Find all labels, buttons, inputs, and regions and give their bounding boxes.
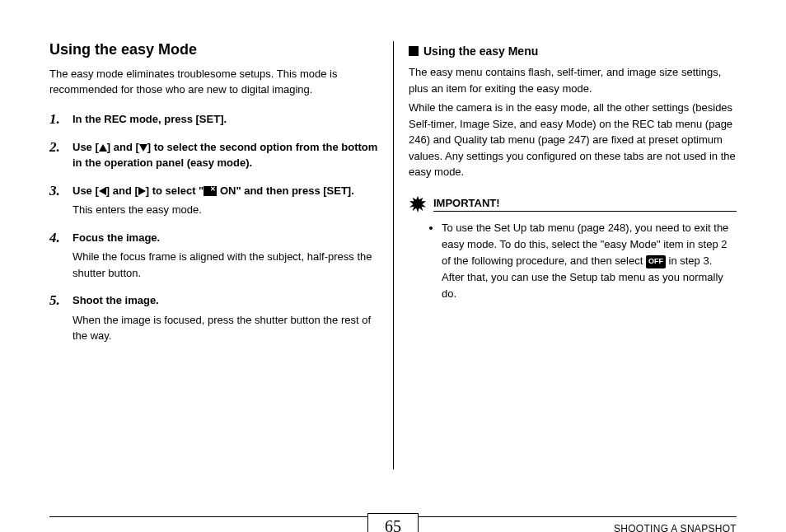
right-arrow-icon — [138, 187, 146, 195]
step-item: 3.Use [] and [] to select " ON" and then… — [49, 183, 378, 218]
right-para-2: While the camera is in the easy mode, al… — [409, 100, 737, 180]
page-number: 65 — [367, 513, 419, 532]
step-head: Focus the image. — [73, 230, 378, 246]
step-number: 1. — [49, 111, 73, 128]
step-item: 1.In the REC mode, press [SET]. — [49, 111, 378, 128]
steps-list: 1.In the REC mode, press [SET].2.Use [] … — [49, 111, 378, 344]
easy-mode-icon — [204, 186, 217, 196]
step-head: Use [] and [] to select the second optio… — [73, 139, 378, 171]
square-bullet-icon — [409, 46, 419, 56]
left-arrow-icon — [99, 187, 106, 195]
step-sub: While the focus frame is aligned with th… — [73, 249, 378, 281]
subheading-text: Using the easy Menu — [423, 44, 538, 58]
down-arrow-icon — [139, 144, 147, 152]
right-column: Using the easy Menu The easy menu contai… — [393, 41, 737, 469]
subheading: Using the easy Menu — [409, 44, 737, 58]
step-body: Use [] and [] to select the second optio… — [73, 139, 378, 171]
step-sub: When the image is focused, press the shu… — [73, 312, 378, 344]
up-arrow-icon — [99, 144, 107, 152]
svg-marker-0 — [409, 195, 426, 212]
burst-icon — [409, 195, 427, 213]
important-label: IMPORTANT! — [433, 197, 737, 212]
section-label: SHOOTING A SNAPSHOT — [614, 523, 737, 532]
off-icon: OFF — [646, 255, 666, 268]
left-column: Using the easy Mode The easy mode elimin… — [49, 41, 393, 469]
intro-text: The easy mode eliminates troublesome set… — [49, 67, 378, 98]
page-footer: 65 SHOOTING A SNAPSHOT — [49, 516, 737, 517]
step-item: 2.Use [] and [] to select the second opt… — [49, 139, 378, 171]
step-number: 2. — [49, 139, 73, 171]
step-body: Focus the image.While the focus frame is… — [73, 230, 378, 282]
important-bullet: To use the Set Up tab menu (page 248), y… — [442, 220, 737, 303]
step-body: Use [] and [] to select " ON" and then p… — [73, 183, 378, 218]
step-head: In the REC mode, press [SET]. — [73, 111, 378, 128]
step-item: 5.Shoot the image.When the image is focu… — [49, 292, 378, 344]
step-body: Shoot the image.When the image is focuse… — [73, 292, 378, 344]
important-header: IMPORTANT! — [409, 195, 737, 213]
right-para-1: The easy menu contains flash, self-timer… — [409, 64, 737, 96]
step-number: 3. — [49, 183, 73, 218]
step-item: 4.Focus the image.While the focus frame … — [49, 230, 378, 282]
step-number: 4. — [49, 230, 73, 282]
important-list: To use the Set Up tab menu (page 248), y… — [409, 220, 737, 303]
step-body: In the REC mode, press [SET]. — [73, 111, 378, 128]
step-number: 5. — [49, 292, 73, 344]
step-head: Use [] and [] to select " ON" and then p… — [73, 183, 378, 199]
step-head: Shoot the image. — [73, 292, 378, 309]
page-heading: Using the easy Mode — [49, 41, 378, 58]
step-sub: This enters the easy mode. — [73, 202, 378, 218]
